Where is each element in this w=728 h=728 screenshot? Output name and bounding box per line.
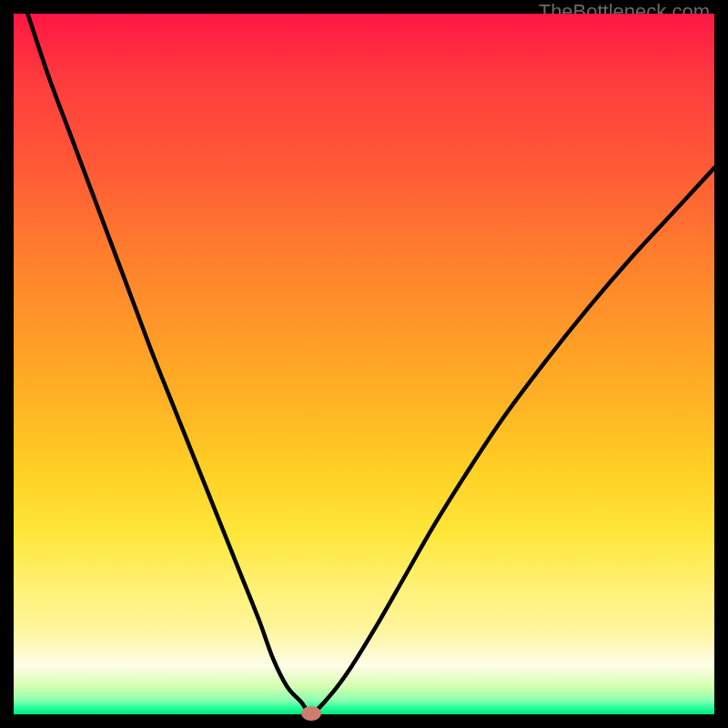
plot-area <box>14 14 714 714</box>
curve-svg <box>14 14 714 714</box>
optimum-marker <box>301 706 321 721</box>
bottleneck-curve <box>27 14 714 713</box>
chart-frame: TheBottleneck.com <box>0 0 728 728</box>
